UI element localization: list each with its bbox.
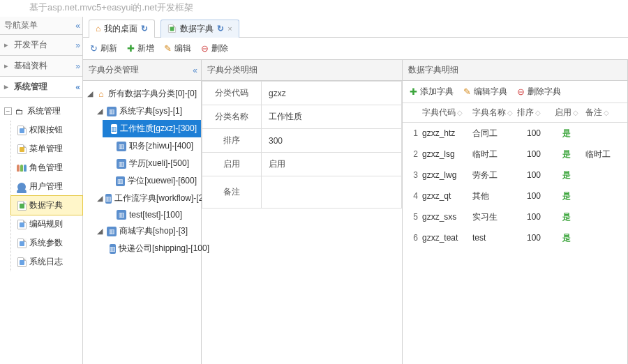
button-label: 编辑 [174, 43, 191, 54]
cell-sort: 100 [517, 170, 552, 180]
refresh-icon[interactable]: ↻ [217, 24, 224, 33]
tree-leaf[interactable]: ▥学位[xuewei]-[600] [105, 172, 198, 190]
collapse-toggle-icon[interactable]: ◢ [97, 194, 103, 203]
box-icon: ▥ [105, 194, 112, 204]
cell-index: 5 [407, 212, 422, 222]
detail-form: 分类代码gzxz 分类名称工作性质 排序300 启用启用 备注 [202, 81, 402, 208]
add-button[interactable]: ✚新增 [127, 43, 154, 54]
accordion-dev-platform[interactable]: ▸ 开发平台 » [0, 35, 82, 56]
delete-button[interactable]: ⊖删除 [201, 43, 228, 54]
table-row[interactable]: 2gzxz_lsg临时工100是临时工 [403, 144, 627, 165]
table-row[interactable]: 4gzxz_qt其他100是 [403, 185, 627, 206]
table-row[interactable]: 5gzxz_sxs实习生100是 [403, 206, 627, 227]
tree-leaf[interactable]: ▥职务[zhiwu]-[400] [105, 137, 198, 155]
table-row[interactable]: 1gzxz_htz合同工100是 [403, 123, 627, 144]
table-row[interactable]: 6gzxz_teattest100是 [403, 227, 627, 248]
col-code[interactable]: 字典代码◇ [422, 107, 472, 119]
tree-root[interactable]: ◢ ⌂ 所有数据字典分类[0]-[0] [86, 85, 198, 103]
refresh-button[interactable]: ↻刷新 [90, 43, 117, 54]
collapse-toggle-icon[interactable]: − [4, 107, 12, 115]
sidebar-item[interactable]: 菜单管理 [11, 139, 82, 158]
category-tree-panel: 字典分类管理 « ◢ ⌂ 所有数据字典分类[0]-[0] ◢▥系统字典[sys]… [83, 60, 202, 364]
field-value: 启用 [262, 153, 402, 176]
pencil-icon: ✎ [164, 43, 172, 54]
panels-row: 字典分类管理 « ◢ ⌂ 所有数据字典分类[0]-[0] ◢▥系统字典[sys]… [83, 60, 628, 364]
tabs-bar: ⌂ 我的桌面 ↻ 数据字典 ↻ × [83, 17, 628, 38]
button-label: 添加字典 [420, 86, 454, 98]
table-row[interactable]: 3gzxz_lwg劳务工100是 [403, 165, 627, 185]
page-icon [17, 220, 27, 229]
cell-name: test [472, 233, 517, 243]
field-value: 工作性质 [262, 105, 402, 129]
sys-tree-root[interactable]: − 🗀 系统管理 [1, 102, 82, 121]
plus-icon: ✚ [127, 43, 135, 54]
cell-name: 实习生 [472, 211, 517, 223]
sidebar-item[interactable]: 编码规则 [11, 215, 82, 234]
tree-leaf-label: 工作性质[gzxz]-[300] [120, 123, 197, 135]
tab-data-dict[interactable]: 数据字典 ↻ × [160, 20, 239, 38]
collapse-icon[interactable]: « [75, 21, 78, 31]
pencil-icon: ✎ [463, 86, 471, 97]
cell-code: gzxz_lsg [422, 149, 472, 159]
minus-icon: ⊖ [517, 86, 525, 97]
refresh-icon[interactable]: ↻ [141, 24, 148, 33]
chevron-down-icon: » [75, 40, 78, 50]
edit-button[interactable]: ✎编辑 [164, 43, 191, 54]
field-value [262, 176, 402, 208]
page-icon [17, 257, 27, 267]
sidebar-item[interactable]: 系统日志 [11, 252, 82, 271]
tree-group-label: 工作流字典[workflow]-[2] [114, 192, 206, 204]
accordion-base-data[interactable]: ▸ 基础资料 » [0, 56, 82, 77]
page-icon [17, 238, 27, 248]
cell-index: 6 [407, 233, 422, 243]
col-sort[interactable]: 排序◇ [517, 107, 552, 119]
sidebar-item-label: 系统参数 [29, 237, 63, 249]
sort-icon: ◇ [457, 109, 463, 116]
sidebar-item[interactable]: 用户管理 [11, 177, 82, 196]
sidebar-item[interactable]: 数据字典 [11, 196, 82, 215]
tree-group[interactable]: ◢▥商城字典[shop]-[3] [96, 222, 198, 240]
sort-icon: ◇ [604, 109, 609, 116]
tree-group[interactable]: ◢▥系统字典[sys]-[1] [96, 103, 198, 120]
tree-leaf[interactable]: ▥工作性质[gzxz]-[300] [103, 120, 201, 137]
col-enable[interactable]: 启用◇ [552, 107, 581, 119]
tree-leaf-label: test[test]-[100] [129, 210, 182, 220]
col-name[interactable]: 字典名称◇ [472, 107, 517, 119]
panel-header: 字典分类管理 « [83, 60, 201, 81]
add-dict-button[interactable]: ✚添加字典 [410, 86, 454, 98]
delete-dict-button[interactable]: ⊖删除字典 [517, 86, 561, 98]
cell-index: 3 [407, 170, 422, 180]
sidebar-item[interactable]: 系统参数 [11, 234, 82, 252]
tree-group[interactable]: ◢▥工作流字典[workflow]-[2] [96, 190, 198, 207]
expand-icon: ▸ [4, 61, 11, 70]
sidebar-item[interactable]: 权限按钮 [11, 121, 82, 139]
accordion-label: 开发平台 [14, 39, 47, 51]
expand-icon: ▸ [4, 82, 11, 91]
tree-leaf[interactable]: ▥学历[xueli]-[500] [105, 155, 198, 172]
box-icon: ▥ [107, 107, 117, 116]
close-icon[interactable]: × [227, 24, 232, 33]
field-label: 分类代码 [202, 82, 262, 105]
minus-icon: ⊖ [201, 43, 209, 54]
tree-leaf[interactable]: ▥快递公司[shipping]-[100] [105, 240, 198, 257]
edit-dict-button[interactable]: ✎编辑字典 [463, 86, 507, 98]
collapse-toggle-icon[interactable]: ◢ [87, 89, 94, 98]
page-icon [168, 24, 176, 33]
col-remark[interactable]: 备注◇ [581, 107, 623, 119]
cell-name: 其他 [472, 190, 517, 202]
cell-code: gzxz_qt [422, 191, 472, 201]
collapse-toggle-icon[interactable]: ◢ [97, 107, 104, 116]
cell-remark: 临时工 [581, 149, 623, 160]
sidebar-item[interactable]: 角色管理 [11, 158, 82, 177]
tree-leaf[interactable]: ▥test[test]-[100] [105, 207, 198, 222]
cell-code: gzxz_htz [422, 128, 472, 138]
plus-icon: ✚ [410, 86, 417, 97]
field-label: 启用 [202, 153, 262, 176]
sidebar-item-label: 系统日志 [29, 256, 63, 268]
collapse-toggle-icon[interactable]: ◢ [97, 227, 104, 236]
accordion-sys-mgmt[interactable]: ▸ 系统管理 « [0, 77, 82, 98]
collapse-icon[interactable]: « [193, 66, 195, 75]
tab-home[interactable]: ⌂ 我的桌面 ↻ [89, 20, 155, 38]
category-detail-panel: 字典分类明细 分类代码gzxz 分类名称工作性质 排序300 启用启用 备注 [202, 60, 403, 364]
expand-icon: ▸ [4, 40, 11, 50]
